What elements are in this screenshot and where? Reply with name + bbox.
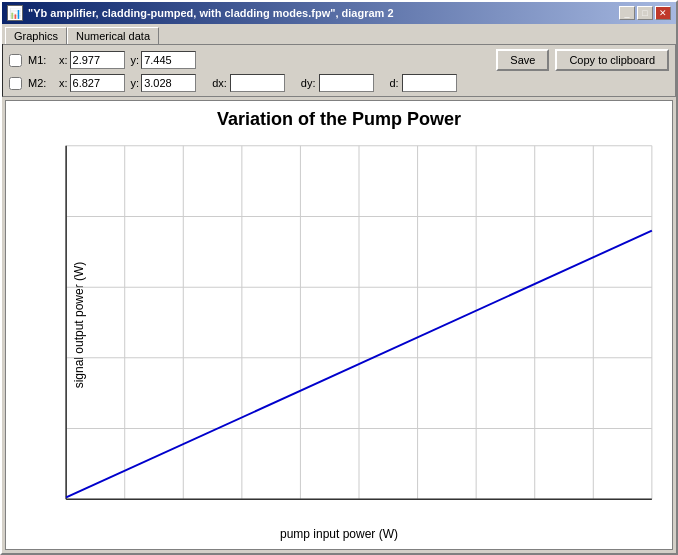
svg-text:7: 7	[472, 502, 479, 504]
close-button[interactable]: ✕	[655, 6, 671, 20]
copy-clipboard-button[interactable]: Copy to clipboard	[555, 49, 669, 71]
svg-text:4: 4	[297, 502, 304, 504]
m2-x-label: x:	[59, 77, 68, 89]
m2-y-group: y:	[131, 74, 197, 92]
svg-text:10: 10	[644, 502, 657, 504]
m2-x-group: x:	[59, 74, 125, 92]
m1-y-label: y:	[131, 54, 140, 66]
m1-label: M1:	[28, 54, 53, 66]
d-group: d:	[390, 74, 457, 92]
main-window: 📊 "Yb amplifier, cladding-pumped, with c…	[0, 0, 678, 555]
svg-text:6: 6	[414, 502, 421, 504]
title-bar: 📊 "Yb amplifier, cladding-pumped, with c…	[2, 2, 676, 24]
dx-input[interactable]	[230, 74, 285, 92]
m2-y-input[interactable]	[141, 74, 196, 92]
svg-text:9: 9	[590, 502, 597, 504]
window-title: "Yb amplifier, cladding-pumped, with cla…	[28, 7, 394, 19]
chart-title: Variation of the Pump Power	[6, 101, 672, 130]
title-bar-left: 📊 "Yb amplifier, cladding-pumped, with c…	[7, 5, 394, 21]
chart-area: Variation of the Pump Power signal outpu…	[5, 100, 673, 550]
m2-checkbox[interactable]	[9, 77, 22, 90]
minimize-button[interactable]: _	[619, 6, 635, 20]
m1-x-input[interactable]	[70, 51, 125, 69]
m2-label: M2:	[28, 77, 53, 89]
chart-svg: 012345678910246810	[61, 141, 657, 504]
svg-text:3: 3	[238, 502, 245, 504]
dx-label: dx:	[212, 77, 227, 89]
svg-text:1: 1	[121, 502, 128, 504]
controls-row-1: M1: x: y: Save Copy to clipboard	[9, 49, 669, 71]
m1-x-label: x:	[59, 54, 68, 66]
svg-text:2: 2	[180, 502, 187, 504]
chart-container: 012345678910246810	[61, 141, 657, 504]
d-input[interactable]	[402, 74, 457, 92]
m1-y-input[interactable]	[141, 51, 196, 69]
maximize-button[interactable]: □	[637, 6, 653, 20]
dy-group: dy:	[301, 74, 374, 92]
title-buttons: _ □ ✕	[619, 6, 671, 20]
m2-y-label: y:	[131, 77, 140, 89]
d-label: d:	[390, 77, 399, 89]
controls-area: M1: x: y: Save Copy to clipboard M2: x: …	[2, 44, 676, 97]
x-axis-label: pump input power (W)	[280, 527, 398, 541]
dx-group: dx:	[212, 74, 285, 92]
m2-x-input[interactable]	[70, 74, 125, 92]
dy-label: dy:	[301, 77, 316, 89]
controls-row-2: M2: x: y: dx: dy: d:	[9, 74, 669, 92]
m1-y-group: y:	[131, 51, 197, 69]
dy-input[interactable]	[319, 74, 374, 92]
m1-checkbox[interactable]	[9, 54, 22, 67]
tab-bar: Graphics Numerical data	[2, 24, 676, 44]
tab-graphics[interactable]: Graphics	[5, 27, 67, 44]
svg-text:5: 5	[355, 502, 362, 504]
svg-text:0: 0	[62, 502, 69, 504]
m1-x-group: x:	[59, 51, 125, 69]
save-button[interactable]: Save	[496, 49, 549, 71]
svg-text:8: 8	[531, 502, 538, 504]
window-icon: 📊	[7, 5, 23, 21]
tab-numerical-data[interactable]: Numerical data	[67, 27, 159, 44]
